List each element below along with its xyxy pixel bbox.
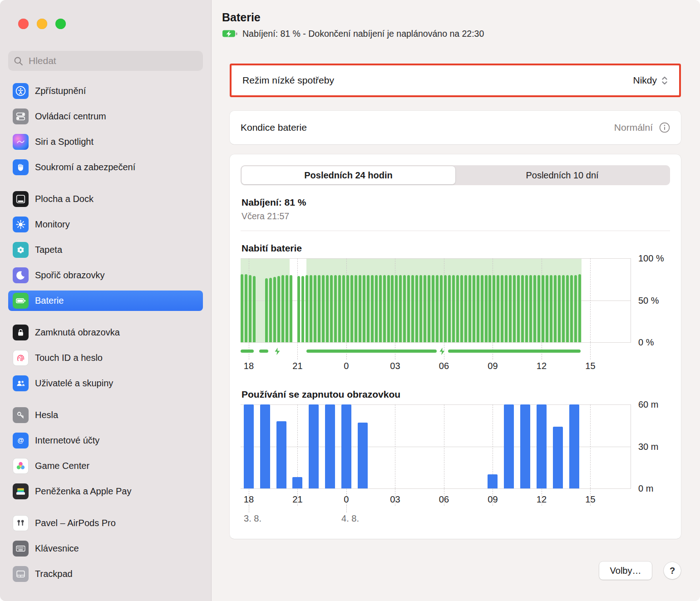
battery-bar xyxy=(371,275,374,342)
sidebar-item-label: Monitory xyxy=(35,219,70,230)
usage-bar xyxy=(309,404,319,488)
options-button[interactable]: Volby… xyxy=(599,562,652,580)
usage-bar xyxy=(358,423,368,488)
battery-bar xyxy=(554,275,557,342)
sidebar-item-lock-screen[interactable]: Zamknutá obrazovka xyxy=(8,322,203,343)
battery-chart-y-axis: 100 %50 %0 % xyxy=(634,258,670,342)
low-power-mode-select[interactable]: Nikdy xyxy=(633,75,668,86)
sidebar-item-touch-id[interactable]: Touch ID a heslo xyxy=(8,348,203,368)
battery-usage-card: Posledních 24 hodin Posledních 10 dní Na… xyxy=(230,154,681,539)
usage-chart-y-axis: 60 m30 m0 m xyxy=(634,404,670,488)
battery-bar xyxy=(428,275,430,342)
battery-bar xyxy=(391,275,394,342)
x-tick-label: 03 xyxy=(390,494,400,505)
sidebar-item-label: Spořič obrazovky xyxy=(35,270,104,281)
battery-bar xyxy=(411,275,414,342)
sidebar-item-screensaver[interactable]: Spořič obrazovky xyxy=(8,265,203,286)
sidebar-item-keyboard[interactable]: Klávesnice xyxy=(8,538,203,559)
charging-timeline xyxy=(241,348,631,355)
battery-health-value: Normální xyxy=(614,122,653,133)
info-icon[interactable] xyxy=(659,122,670,133)
tab-last-10-days[interactable]: Posledních 10 dní xyxy=(455,166,669,184)
trackpad-icon xyxy=(13,566,29,582)
sidebar-item-accessibility[interactable]: Zpřístupnění xyxy=(8,81,203,101)
battery-bar xyxy=(403,275,406,342)
usage-chart-x-axis: 182100306091215 xyxy=(241,494,631,506)
battery-bar xyxy=(350,275,353,342)
battery-bar xyxy=(448,275,451,342)
battery-health-value-group: Normální xyxy=(614,122,670,133)
sidebar-item-internet-accounts[interactable]: @ Internetové účty xyxy=(8,430,203,451)
sidebar-item-trackpad[interactable]: Trackpad xyxy=(8,564,203,584)
x-tick-label: 06 xyxy=(439,494,449,505)
battery-bar xyxy=(379,275,382,342)
sidebar-item-displays[interactable]: Monitory xyxy=(8,214,203,235)
battery-bar xyxy=(550,275,552,342)
sidebar-item-wallet[interactable]: Peněženka a Apple Pay xyxy=(8,481,203,502)
battery-bar xyxy=(330,275,333,342)
charging-line-segment xyxy=(241,350,254,353)
usage-bar xyxy=(569,404,579,488)
usage-chart-plot xyxy=(241,404,631,488)
v-gridline xyxy=(444,404,444,488)
close-button[interactable] xyxy=(18,19,29,29)
usage-chart-date-stubs xyxy=(241,505,631,512)
battery-bar xyxy=(529,275,532,342)
battery-bar xyxy=(241,274,243,342)
sidebar-item-users-groups[interactable]: Uživatelé a skupiny xyxy=(8,373,203,394)
plot-right-edge xyxy=(631,404,631,488)
sidebar-group: Zamknutá obrazovka Touch ID a heslo Uživ… xyxy=(8,322,203,394)
sidebar-item-privacy[interactable]: Soukromí a zabezpečení xyxy=(8,157,203,177)
battery-bar xyxy=(533,275,536,342)
battery-bar xyxy=(542,275,544,342)
battery-bar xyxy=(574,275,577,342)
search-input[interactable] xyxy=(28,55,197,67)
x-tick-label: 09 xyxy=(488,361,498,371)
battery-bar xyxy=(505,275,508,342)
search-icon xyxy=(14,56,23,66)
battery-bar xyxy=(444,275,447,342)
sidebar-item-airpods[interactable]: Pavel – AirPods Pro xyxy=(8,513,203,533)
v-gridline xyxy=(297,404,298,488)
battery-bar xyxy=(318,275,320,342)
x-tick-label: 18 xyxy=(244,361,254,371)
help-button[interactable]: ? xyxy=(664,562,681,579)
battery-bar xyxy=(399,275,402,342)
charging-bolt-icon xyxy=(438,346,447,359)
privacy-hand-icon xyxy=(13,159,29,175)
sidebar-item-label: Baterie xyxy=(35,296,64,306)
sidebar-item-battery[interactable]: Baterie xyxy=(8,291,203,311)
zoom-button[interactable] xyxy=(55,19,66,29)
battery-bar xyxy=(387,275,390,342)
sidebar-item-label: Zpřístupnění xyxy=(35,86,86,96)
battery-bar xyxy=(485,275,488,342)
battery-bar xyxy=(281,275,284,342)
window-controls xyxy=(18,19,66,29)
battery-bar xyxy=(419,275,422,342)
sidebar-item-game-center[interactable]: Game Center xyxy=(8,456,203,476)
sidebar-group: Plocha a Dock Monitory Tapeta Spořič obr… xyxy=(8,189,203,311)
search-field[interactable] xyxy=(8,51,203,71)
annotation-highlight: Režim nízké spotřeby Nikdy xyxy=(230,64,681,97)
battery-bar xyxy=(432,275,434,342)
battery-bar xyxy=(452,275,455,342)
y-tick-label: 0 m xyxy=(638,483,653,494)
battery-bar xyxy=(253,276,256,342)
sidebar-item-passwords[interactable]: Hesla xyxy=(8,405,203,425)
battery-bar xyxy=(249,275,251,342)
sidebar-item-siri[interactable]: Siri a Spotlight xyxy=(8,132,203,152)
minimize-button[interactable] xyxy=(37,19,47,29)
usage-bar xyxy=(244,404,254,488)
sidebar-item-control-center[interactable]: Ovládací centrum xyxy=(8,106,203,127)
sidebar-item-label: Hesla xyxy=(35,410,58,420)
footer: Volby… ? xyxy=(230,562,681,580)
battery-bar xyxy=(359,275,361,342)
sidebar-item-label: Touch ID a heslo xyxy=(35,353,103,363)
sidebar-item-desktop-dock[interactable]: Plocha a Dock xyxy=(8,189,203,209)
battery-bar xyxy=(477,275,479,342)
battery-bar xyxy=(440,275,443,342)
sidebar-item-wallpaper[interactable]: Tapeta xyxy=(8,240,203,260)
x-tick-label: 18 xyxy=(244,494,254,505)
tab-last-24-hours[interactable]: Posledních 24 hodin xyxy=(242,166,455,184)
battery-bar xyxy=(301,276,304,342)
